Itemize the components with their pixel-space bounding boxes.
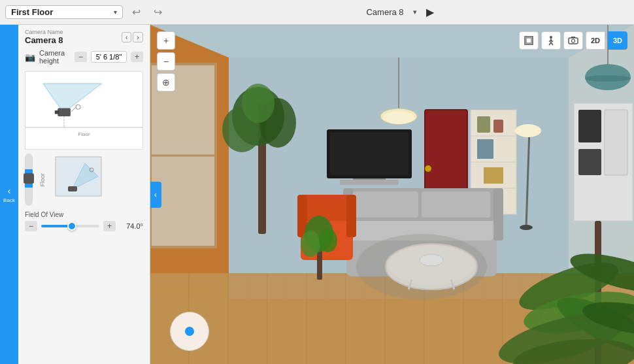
svg-rect-11 [68,186,77,191]
camera-name-info: Camera Name Camera 8 [25,29,63,45]
camera-icon: 📷 [25,52,35,62]
fov-increase-button[interactable]: + [103,221,116,231]
height-value-display: 5' 6 1/8" [91,51,127,63]
redo-button[interactable]: ↪ [150,5,166,20]
camera-cone-svg: Floor [25,72,142,142]
fov-section: Field Of View − + 74.0° [18,208,150,234]
height-label: Camera height [39,49,71,65]
svg-rect-47 [340,180,399,185]
camera-name-display: Camera 8 [366,7,403,17]
camera-height-section: 📷 Camera height − 5' 6 1/8" + [18,46,150,67]
svg-rect-40 [484,167,503,184]
svg-rect-90 [526,38,531,43]
camera-diagram: Floor [25,71,143,150]
undo-button[interactable]: ↩ [128,5,144,20]
floor-diagram-small [52,154,105,206]
svg-point-98 [572,39,575,42]
chevron-down-icon: ▾ [114,8,117,16]
svg-rect-97 [569,38,578,44]
svg-point-76 [356,234,487,299]
main-layout: ‹ Back Camera Name Camera 8 ‹ › [0,25,634,364]
svg-point-26 [585,75,631,82]
svg-rect-21 [578,110,601,142]
height-increase-button[interactable]: + [131,52,143,62]
camera-prev-button[interactable]: ‹ [122,32,132,42]
svg-rect-4 [58,108,71,116]
navigation-circle[interactable] [170,312,209,351]
back-arrow-icon: ‹ [8,186,11,196]
svg-rect-62 [493,188,503,240]
nav-dot [185,327,194,336]
select-icon [524,35,534,46]
svg-text:Floor: Floor [78,131,90,137]
floor-label-vertical: Floor [39,173,46,187]
back-label: Back [3,197,15,203]
top-bar: First Floor ▾ ↩ ↪ Camera 8 ▾ ▶ [0,0,634,25]
height-vertical-slider[interactable] [25,154,33,206]
2d-mode-button[interactable]: 2D [586,31,605,50]
svg-rect-45 [330,133,409,175]
svg-rect-66 [346,195,356,237]
camera-view-icon [568,35,578,46]
svg-line-96 [551,42,553,45]
sidebar-inner: Camera Name Camera 8 ‹ › 📷 Camera height… [18,25,150,364]
fov-slider-row: − + 74.0° [25,221,143,231]
svg-marker-99 [571,37,575,38]
person-walk-icon [546,35,556,46]
camera-view-button[interactable] [563,31,583,50]
camera-dropdown-button[interactable]: ▾ [410,8,420,16]
camera-name-label: Camera Name [25,29,63,35]
fov-value-display: 74.0° [120,222,143,230]
zoom-out-button[interactable]: − [157,52,175,71]
height-decrease-button[interactable]: − [75,52,87,62]
floor-select[interactable]: First Floor ▾ [5,5,123,19]
collapse-arrow-icon: ‹ [154,190,157,199]
svg-point-79 [515,124,541,137]
back-button[interactable]: ‹ Back [0,25,18,364]
svg-point-43 [425,165,431,172]
viewport[interactable]: ‹ [150,25,634,364]
svg-rect-38 [493,120,503,133]
svg-rect-22 [578,149,601,175]
svg-rect-39 [477,139,493,159]
fov-decrease-button[interactable]: − [25,221,37,231]
fov-slider-thumb [67,222,76,231]
collapse-sidebar-button[interactable]: ‹ [150,182,161,208]
svg-point-78 [520,225,533,230]
walk-mode-button[interactable] [541,31,561,50]
svg-point-52 [242,84,275,123]
svg-rect-60 [422,191,490,218]
camera-name-value: Camera 8 [25,35,63,45]
svg-point-70 [319,229,337,252]
fov-label: Field Of View [25,211,143,218]
camera-next-button[interactable]: › [133,32,143,42]
zoom-in-button[interactable]: + [157,31,175,50]
viewport-controls: + − ⊕ [157,31,175,91]
room-scene-svg [150,25,634,364]
svg-rect-5 [55,110,59,114]
svg-point-69 [301,231,320,257]
camera-play-button[interactable]: ▶ [426,6,434,18]
sidebar-with-back: ‹ Back Camera Name Camera 8 ‹ › [0,25,150,364]
height-slider-area: Floor [18,154,150,208]
left-sidebar: ‹ Back Camera Name Camera 8 ‹ › [0,25,150,364]
fov-slider-track[interactable] [41,225,99,227]
height-slider-thumb [24,173,34,184]
camera-nav-arrows: ‹ › [122,32,143,42]
svg-rect-37 [477,116,490,133]
svg-point-55 [383,111,414,124]
svg-rect-23 [605,110,627,175]
select-tool-button[interactable] [519,31,539,50]
svg-point-91 [550,36,552,39]
svg-rect-59 [353,191,418,218]
3d-mode-button[interactable]: 3D [608,31,627,50]
mode-buttons: 2D 3D [519,31,627,50]
camera-name-section: Camera Name Camera 8 ‹ › [18,25,150,46]
camera-label-center: Camera 8 ▾ ▶ [171,6,629,18]
crosshair-button[interactable]: ⊕ [157,73,175,91]
floor-select-label: First Floor [11,7,53,17]
